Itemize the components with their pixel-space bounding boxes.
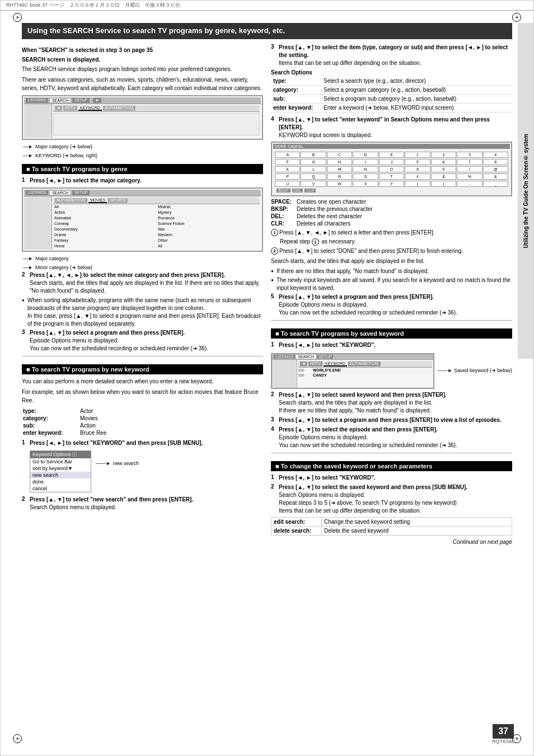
key-exclaim[interactable]: ! bbox=[457, 166, 482, 172]
key-dollar[interactable]: $ bbox=[431, 173, 456, 180]
kw-row2: F G H I J 5 6 7 8 bbox=[275, 159, 508, 165]
key-2[interactable]: 2 bbox=[431, 152, 456, 158]
when-subheading: SEARCH screen is displayed. bbox=[22, 57, 263, 63]
kw-action-bar: BKSP DEL CLR bbox=[275, 188, 508, 193]
key-del-action[interactable]: DEL bbox=[292, 189, 303, 192]
key-u[interactable]: U bbox=[275, 181, 300, 187]
key-underscore[interactable]: _ bbox=[483, 181, 508, 187]
top-strip: RH7746C book 37 ページ ２００６年１月３０日 月曜日 午後３時３… bbox=[1, 1, 533, 11]
menu-item-sort-keyword[interactable]: sort by keyword▼ bbox=[30, 465, 91, 472]
key-y[interactable]: Y bbox=[379, 181, 404, 187]
key-lparen[interactable]: ( bbox=[405, 181, 430, 187]
corner-mark-tr: ✛ bbox=[512, 13, 521, 22]
so-row-type: type: Select a search type (e.g., actor,… bbox=[271, 77, 512, 86]
when-heading: When "SEARCH" is selected in step 3 on p… bbox=[22, 47, 263, 53]
key-bksp-action[interactable]: BKSP bbox=[277, 189, 291, 192]
menu-item-service-bar[interactable]: Go to Service Bar bbox=[30, 458, 91, 465]
menu-item-done[interactable]: done bbox=[30, 478, 91, 485]
saved-kw-screen-container: LISTINGS SEARCH SETUP ◄ HDTV KEYWORD bbox=[271, 351, 512, 391]
def-space: SPACE: Creates one open character bbox=[271, 199, 512, 205]
skw-left bbox=[272, 360, 297, 388]
key-p[interactable]: P bbox=[275, 173, 300, 180]
ex-sub-val: Action bbox=[74, 422, 106, 429]
key-c[interactable]: C bbox=[327, 152, 352, 158]
key-x[interactable]: X bbox=[353, 181, 378, 187]
ex-kw-key: enter keyword: bbox=[23, 430, 73, 436]
key-e[interactable]: E bbox=[379, 152, 404, 158]
divider1 bbox=[22, 356, 263, 356]
key-5[interactable]: 5 bbox=[405, 159, 430, 165]
main-heading-text: Using the SEARCH Service to search TV pr… bbox=[27, 26, 285, 35]
key-d[interactable]: D bbox=[353, 152, 378, 158]
key-k[interactable]: K bbox=[275, 166, 300, 172]
key-at[interactable]: @ bbox=[483, 166, 508, 172]
top-strip-text: RH7746C book 37 ページ ２００６年１月３０日 月曜日 午後３時３… bbox=[6, 2, 180, 9]
step3-left: 3 Press [▲, ▼] to select a program and t… bbox=[22, 329, 263, 353]
key-6[interactable]: 6 bbox=[431, 159, 456, 165]
key-q[interactable]: Q bbox=[301, 173, 326, 180]
key-v[interactable]: V bbox=[301, 181, 326, 187]
step5r-text: Press [▲, ▼] to select a program and the… bbox=[279, 293, 512, 317]
key-dash[interactable]: - bbox=[457, 181, 482, 187]
screen1: LISTINGS SEARCH SETUP ► ◄ HDTV bbox=[22, 95, 263, 140]
key-l[interactable]: L bbox=[301, 166, 326, 172]
cat-all: All bbox=[53, 204, 156, 209]
step1-num: 1 bbox=[22, 177, 30, 183]
key-g[interactable]: G bbox=[301, 159, 326, 165]
key-j[interactable]: J bbox=[379, 159, 404, 165]
so-row-sub: sub: Select a program sub category (e.g.… bbox=[271, 94, 512, 103]
key-w[interactable]: W bbox=[327, 181, 352, 187]
cat-romance: Romance bbox=[157, 215, 260, 220]
kw-defs-container: SPACE: Creates one open character BKSP: … bbox=[271, 199, 512, 227]
corner-mark-tl: ✛ bbox=[13, 13, 22, 22]
key-3[interactable]: 3 bbox=[457, 152, 482, 158]
example-table: type: Actor category: Movies sub: Action… bbox=[22, 407, 107, 437]
change-kw-title: ■ To change the saved keyword or search … bbox=[271, 461, 512, 471]
key-0[interactable]: 0 bbox=[431, 166, 456, 172]
cat-western: Western bbox=[157, 232, 260, 237]
key-o[interactable]: O bbox=[379, 166, 404, 172]
screen1-topbar: LISTINGS SEARCH SETUP ► bbox=[24, 97, 261, 104]
menu-item-cancel[interactable]: cancel bbox=[30, 485, 91, 492]
key-r[interactable]: R bbox=[327, 173, 352, 180]
key-amp[interactable]: & bbox=[483, 173, 508, 180]
key-h[interactable]: H bbox=[327, 159, 352, 165]
key-i[interactable]: I bbox=[353, 159, 378, 165]
key-1[interactable]: 1 bbox=[405, 152, 430, 158]
key-9[interactable]: 9 bbox=[405, 166, 430, 172]
cat-animated: Animated bbox=[53, 215, 156, 220]
key-s[interactable]: S bbox=[353, 173, 378, 180]
key-b[interactable]: B bbox=[301, 152, 326, 158]
delete-key: delete search: bbox=[271, 526, 322, 535]
step3-left-num: 3 bbox=[22, 329, 30, 335]
key-a[interactable]: A bbox=[275, 152, 300, 158]
chapter-label: Utilizing the TV Guide On Screen® system bbox=[518, 23, 533, 359]
edit-key: edit search: bbox=[271, 517, 322, 526]
key-clr-action[interactable]: CLR bbox=[305, 189, 316, 192]
key-4[interactable]: 4 bbox=[483, 152, 508, 158]
key-hash[interactable]: # bbox=[405, 173, 430, 180]
key-rparen[interactable]: ) bbox=[431, 181, 456, 187]
new-kw-p1: You can also perform a more detailed sea… bbox=[22, 377, 263, 386]
edit-val: Change the saved keyword setting bbox=[322, 517, 512, 526]
cat-other: Other bbox=[157, 238, 260, 243]
key-8[interactable]: 8 bbox=[483, 159, 508, 165]
step-sk2: 2 Press [▲, ▼] to select saved keyword a… bbox=[271, 391, 512, 415]
cat-mistrial: Mistrial bbox=[157, 204, 260, 209]
menu-item-new-search[interactable]: new search bbox=[30, 472, 91, 478]
key-t[interactable]: T bbox=[379, 173, 404, 180]
key-f[interactable]: F bbox=[275, 159, 300, 165]
key-m[interactable]: M bbox=[327, 166, 352, 172]
ex-type-key: type: bbox=[23, 408, 73, 414]
skw-nav: ◄ HDTV KEYWORD ALPHABETICAL bbox=[298, 361, 432, 368]
key-percent[interactable]: % bbox=[457, 173, 482, 180]
screen1-body: ◄ HDTV KEYWORD ALPHABETICAL bbox=[24, 104, 261, 138]
circle2: 2 bbox=[271, 247, 279, 255]
key-n[interactable]: N bbox=[353, 166, 378, 172]
step-sk3-num: 3 bbox=[271, 416, 279, 422]
def-bksp: BKSP: Deletes the previous character bbox=[271, 206, 512, 212]
corner-mark-bl: ✛ bbox=[13, 734, 22, 743]
key-7[interactable]: 7 bbox=[457, 159, 482, 165]
kw-keys-container: A B C D E 1 2 3 4 F G bbox=[273, 149, 510, 194]
step5r: 5 Press [▲, ▼] to select a program and t… bbox=[271, 293, 512, 317]
